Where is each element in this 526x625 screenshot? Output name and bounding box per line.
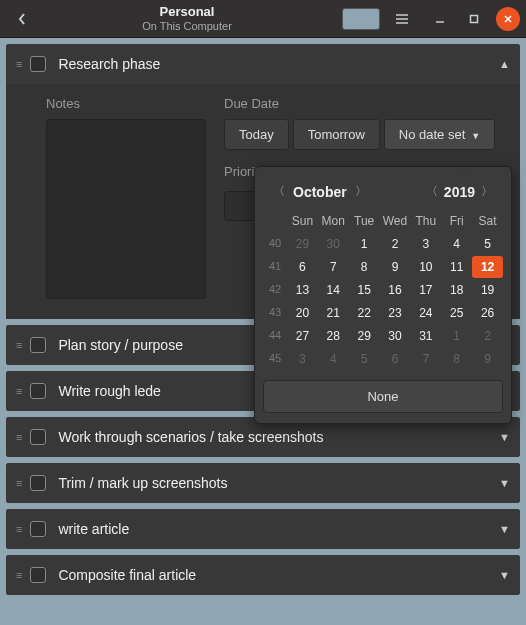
calendar-month: October <box>293 184 347 200</box>
drag-handle-icon[interactable]: ≡ <box>16 58 22 70</box>
due-nodate-button[interactable]: No date set▼ <box>384 119 495 150</box>
calendar-week-number: 43 <box>263 302 287 324</box>
due-date-buttons: Today Tomorrow No date set▼ <box>224 119 495 150</box>
calendar-day[interactable]: 3 <box>287 348 318 370</box>
calendar-day[interactable]: 1 <box>349 233 380 255</box>
task-checkbox[interactable] <box>30 567 46 583</box>
calendar-day[interactable]: 17 <box>410 279 441 301</box>
window-close[interactable] <box>496 7 520 31</box>
calendar-day[interactable]: 9 <box>472 348 503 370</box>
calendar-day[interactable]: 13 <box>287 279 318 301</box>
expand-icon[interactable]: ▼ <box>499 523 510 535</box>
drag-handle-icon[interactable]: ≡ <box>16 569 22 581</box>
drag-handle-icon[interactable]: ≡ <box>16 339 22 351</box>
drag-handle-icon[interactable]: ≡ <box>16 523 22 535</box>
calendar-day[interactable]: 27 <box>287 325 318 347</box>
calendar-day[interactable]: 25 <box>441 302 472 324</box>
due-today-button[interactable]: Today <box>224 119 289 150</box>
calendar-day[interactable]: 2 <box>472 325 503 347</box>
calendar-week-number: 40 <box>263 233 287 255</box>
task-header[interactable]: ≡write article▼ <box>6 509 520 549</box>
titlebar: Personal On This Computer <box>0 0 526 38</box>
calendar-day[interactable]: 5 <box>349 348 380 370</box>
calendar-day[interactable]: 23 <box>380 302 411 324</box>
task-header[interactable]: ≡Composite final article▼ <box>6 555 520 595</box>
expand-icon[interactable]: ▼ <box>499 477 510 489</box>
back-button[interactable] <box>8 5 36 33</box>
task-checkbox[interactable] <box>30 337 46 353</box>
calendar-day[interactable]: 28 <box>318 325 349 347</box>
due-nodate-label: No date set <box>399 127 466 142</box>
calendar-popover: 〈 October 〉 〈 2019 〉 SunMonTueWedThuFriS… <box>254 166 512 424</box>
task-checkbox[interactable] <box>30 383 46 399</box>
calendar-day[interactable]: 11 <box>441 256 472 278</box>
calendar-day[interactable]: 31 <box>410 325 441 347</box>
month-next-button[interactable]: 〉 <box>351 181 371 202</box>
calendar-day[interactable]: 14 <box>318 279 349 301</box>
priority-selector[interactable] <box>224 191 258 221</box>
task-title: write article <box>58 521 499 537</box>
task-checkbox[interactable] <box>30 56 46 72</box>
task-collapsed: ≡Trim / mark up screenshots▼ <box>6 463 520 503</box>
task-checkbox[interactable] <box>30 475 46 491</box>
calendar-day[interactable]: 15 <box>349 279 380 301</box>
task-header[interactable]: ≡ Research phase ▲ <box>6 44 520 84</box>
chevron-down-icon: ▼ <box>471 131 480 141</box>
calendar-day[interactable]: 21 <box>318 302 349 324</box>
calendar-day[interactable]: 8 <box>349 256 380 278</box>
calendar-day[interactable]: 7 <box>318 256 349 278</box>
calendar-day[interactable]: 29 <box>287 233 318 255</box>
calendar-day[interactable]: 4 <box>318 348 349 370</box>
calendar-day[interactable]: 8 <box>441 348 472 370</box>
calendar-day[interactable]: 16 <box>380 279 411 301</box>
calendar-day[interactable]: 6 <box>380 348 411 370</box>
task-checkbox[interactable] <box>30 429 46 445</box>
calendar-week-number: 45 <box>263 348 287 370</box>
expand-icon[interactable]: ▼ <box>499 569 510 581</box>
year-prev-button[interactable]: 〈 <box>422 181 442 202</box>
task-title: Work through scenarios / take screenshot… <box>58 429 499 445</box>
calendar-day[interactable]: 19 <box>472 279 503 301</box>
task-title: Trim / mark up screenshots <box>58 475 499 491</box>
expand-icon[interactable]: ▼ <box>499 431 510 443</box>
calendar-day[interactable]: 18 <box>441 279 472 301</box>
calendar-day[interactable]: 9 <box>380 256 411 278</box>
calendar-day[interactable]: 10 <box>410 256 441 278</box>
calendar-day[interactable]: 7 <box>410 348 441 370</box>
calendar-day[interactable]: 4 <box>441 233 472 255</box>
color-swatch[interactable] <box>342 8 380 30</box>
calendar-dow: Sun <box>287 210 318 232</box>
menu-button[interactable] <box>388 5 416 33</box>
calendar-week-number: 44 <box>263 325 287 347</box>
calendar-none-button[interactable]: None <box>263 380 503 413</box>
calendar-day[interactable]: 26 <box>472 302 503 324</box>
calendar-day[interactable]: 30 <box>318 233 349 255</box>
calendar-day[interactable]: 29 <box>349 325 380 347</box>
calendar-day[interactable]: 3 <box>410 233 441 255</box>
calendar-day[interactable]: 24 <box>410 302 441 324</box>
drag-handle-icon[interactable]: ≡ <box>16 385 22 397</box>
collapse-icon[interactable]: ▲ <box>499 58 510 70</box>
month-prev-button[interactable]: 〈 <box>269 181 289 202</box>
calendar-day[interactable]: 30 <box>380 325 411 347</box>
drag-handle-icon[interactable]: ≡ <box>16 431 22 443</box>
window-maximize[interactable] <box>462 7 486 31</box>
drag-handle-icon[interactable]: ≡ <box>16 477 22 489</box>
notes-column: Notes <box>46 96 206 299</box>
calendar-dow: Sat <box>472 210 503 232</box>
calendar-day[interactable]: 6 <box>287 256 318 278</box>
notes-textarea[interactable] <box>46 119 206 299</box>
minimize-icon <box>435 14 445 24</box>
calendar-day[interactable]: 2 <box>380 233 411 255</box>
due-tomorrow-button[interactable]: Tomorrow <box>293 119 380 150</box>
calendar-day[interactable]: 20 <box>287 302 318 324</box>
task-checkbox[interactable] <box>30 521 46 537</box>
calendar-day[interactable]: 12 <box>472 256 503 278</box>
task-header[interactable]: ≡Trim / mark up screenshots▼ <box>6 463 520 503</box>
calendar-day[interactable]: 1 <box>441 325 472 347</box>
calendar-day[interactable]: 5 <box>472 233 503 255</box>
notes-label: Notes <box>46 96 206 111</box>
year-next-button[interactable]: 〉 <box>477 181 497 202</box>
window-minimize[interactable] <box>428 7 452 31</box>
calendar-day[interactable]: 22 <box>349 302 380 324</box>
